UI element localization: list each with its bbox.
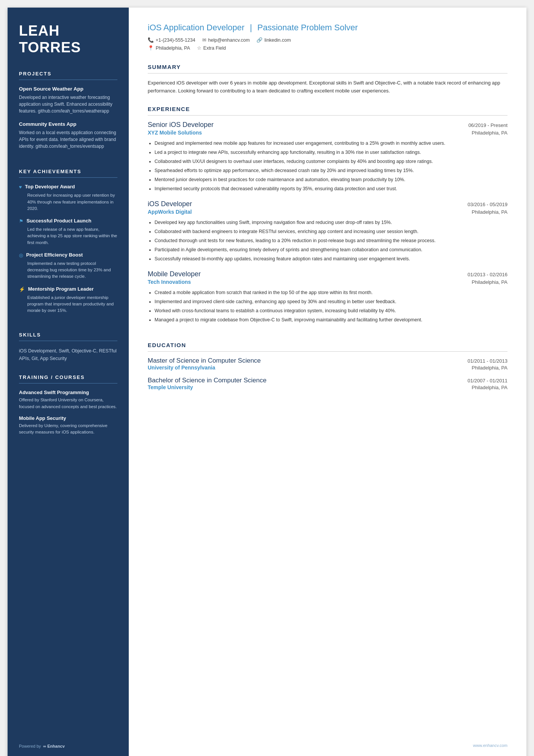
experience-entry-1: Senior iOS Developer 06/2019 - Present X…	[148, 121, 507, 193]
contact-email: ✉ help@enhancv.com	[202, 37, 250, 43]
edu-entry-2: Bachelor of Science in Computer Science …	[148, 377, 507, 390]
main-header: iOS Application Developer | Passionate P…	[148, 23, 507, 53]
achievement-1: ♥ Top Developer Award Received for incre…	[19, 184, 117, 212]
location-text: Philadelphia, PA	[156, 45, 190, 51]
contact-linkedin: 🔗 linkedin.com	[256, 37, 290, 43]
achievement-title-3: Project Efficiency Boost	[26, 252, 83, 258]
skills-text: iOS Development, Swift, Objective-C, RES…	[19, 347, 117, 362]
edu-entry-1: Master of Science in Computer Science 01…	[148, 357, 507, 371]
edu-location-2: Philadelphia, PA	[472, 385, 507, 390]
experience-entry-2: iOS Developer 03/2016 - 05/2019 AppWorks…	[148, 200, 507, 263]
job-title-part1: iOS Application Developer	[148, 23, 245, 32]
extra-text: Extra Field	[203, 45, 226, 51]
bullet-1-4: Spearheaded efforts to optimize app perf…	[155, 167, 507, 174]
main-title: iOS Application Developer | Passionate P…	[148, 23, 507, 33]
edu-degree-2: Bachelor of Science in Computer Science	[148, 377, 267, 384]
projects-title: PROJECTS	[19, 71, 117, 77]
location-3: Philadelphia, PA	[472, 279, 507, 285]
job-title-1: Senior iOS Developer	[148, 121, 214, 129]
projects-section: PROJECTS Open Source Weather App Develop…	[19, 71, 117, 157]
enhancv-logo: ∞ Enhancv	[43, 744, 65, 748]
training-section: TRAINING / COURSES Advanced Swift Progra…	[19, 374, 117, 441]
bullet-2-5: Successfully released bi-monthly app upd…	[155, 255, 507, 263]
candidate-name: LEAH TORRES	[19, 23, 117, 56]
project-title-1: Open Source Weather App	[19, 86, 117, 92]
contact-row-2: 📍 Philadelphia, PA ☆ Extra Field	[148, 45, 507, 51]
lightning-icon: ⚡	[19, 286, 25, 293]
contact-phone: 📞 +1-(234)-555-1234	[148, 37, 195, 43]
training-title: TRAINING / COURSES	[19, 374, 117, 380]
achievement-desc-3: Implemented a new testing protocol decre…	[19, 260, 117, 280]
summary-divider	[148, 73, 507, 74]
project-item-2: Community Events App Worked on a local e…	[19, 121, 117, 150]
achievement-title-1: Top Developer Award	[25, 184, 75, 190]
sidebar-footer: Powered by ∞ Enhancv	[19, 736, 117, 748]
sidebar: LEAH TORRES PROJECTS Open Source Weather…	[8, 8, 129, 756]
education-section: EDUCATION Master of Science in Computer …	[148, 342, 507, 396]
powered-by-label: Powered by	[19, 744, 41, 748]
bullets-3: Created a mobile application from scratc…	[148, 289, 507, 324]
email-text: help@enhancv.com	[208, 38, 250, 43]
footer-url: www.enhancv.com	[473, 743, 507, 748]
skills-divider	[19, 341, 117, 341]
achievement-4: ⚡ Mentorship Program Leader Established …	[19, 286, 117, 314]
training-divider	[19, 383, 117, 383]
course-title-1: Advanced Swift Programming	[19, 390, 117, 395]
edu-dates-1: 01/2011 - 01/2013	[467, 358, 507, 364]
job-title-part2: Passionate Problem Solver	[258, 23, 358, 32]
title-separator: |	[250, 23, 255, 32]
summary-text: Experienced iOS developer with over 6 ye…	[148, 79, 507, 95]
achievement-title-4: Mentorship Program Leader	[28, 286, 94, 293]
target-icon: ◎	[19, 252, 23, 258]
project-title-2: Community Events App	[19, 121, 117, 127]
achievement-desc-2: Led the release of a new app feature, ac…	[19, 226, 117, 246]
heart-icon: ♥	[19, 184, 22, 190]
job-dates-3: 01/2013 - 02/2016	[467, 272, 507, 277]
main-content: iOS Application Developer | Passionate P…	[129, 8, 526, 756]
education-divider	[148, 351, 507, 352]
achievement-desc-4: Established a junior developer mentorshi…	[19, 294, 117, 314]
company-3: Tech Innovations	[148, 279, 191, 285]
bullet-3-4: Managed a project to migrate codebase fr…	[155, 316, 507, 324]
edu-degree-1: Master of Science in Computer Science	[148, 357, 261, 365]
experience-title: EXPERIENCE	[148, 106, 507, 112]
achievement-3: ◎ Project Efficiency Boost Implemented a…	[19, 252, 117, 280]
job-dates-1: 06/2019 - Present	[468, 122, 507, 128]
project-item-1: Open Source Weather App Developed an int…	[19, 86, 117, 114]
bullet-1-2: Led a project to integrate new APIs, suc…	[155, 149, 507, 156]
job-title-3: Mobile Developer	[148, 270, 201, 278]
bullet-3-1: Created a mobile application from scratc…	[155, 289, 507, 296]
bullet-2-3: Conducted thorough unit tests for new fe…	[155, 237, 507, 244]
achievement-2: ⚑ Successful Product Launch Led the rele…	[19, 218, 117, 246]
experience-divider	[148, 115, 507, 116]
bullet-3-3: Worked with cross-functional teams to es…	[155, 307, 507, 315]
job-title-2: iOS Developer	[148, 200, 192, 208]
skills-title: SKILLS	[19, 332, 117, 338]
phone-text: +1-(234)-555-1234	[156, 38, 195, 43]
edu-location-1: Philadelphia, PA	[472, 365, 507, 371]
linkedin-text: linkedin.com	[264, 38, 290, 43]
bullets-2: Developed key app functionalities using …	[148, 219, 507, 263]
bullet-2-4: Participated in Agile developments, ensu…	[155, 246, 507, 254]
bullet-3-2: Implemented and improved client-side cac…	[155, 298, 507, 305]
star-icon: ☆	[197, 45, 201, 51]
contact-extra: ☆ Extra Field	[197, 45, 226, 51]
achievements-divider	[19, 177, 117, 178]
summary-section: SUMMARY Experienced iOS developer with o…	[148, 64, 507, 95]
education-title: EDUCATION	[148, 342, 507, 348]
bullet-1-6: Implemented security protocols that decr…	[155, 185, 507, 193]
course-title-2: Mobile App Security	[19, 415, 117, 421]
flag-icon: ⚑	[19, 218, 23, 224]
edu-school-2: Temple University	[148, 384, 193, 390]
email-icon: ✉	[202, 37, 206, 43]
experience-entry-3: Mobile Developer 01/2013 - 02/2016 Tech …	[148, 270, 507, 324]
contact-location: 📍 Philadelphia, PA	[148, 45, 190, 51]
achievement-desc-1: Received for increasing app user retenti…	[19, 192, 117, 212]
bullet-1-1: Designed and implemented new mobile app …	[155, 139, 507, 147]
company-1: XYZ Mobile Solutions	[148, 130, 202, 136]
project-desc-2: Worked on a local events application con…	[19, 129, 117, 150]
achievement-title-2: Successful Product Launch	[27, 218, 91, 224]
course-desc-1: Offered by Stanford University on Course…	[19, 397, 117, 410]
phone-icon: 📞	[148, 37, 154, 43]
edu-school-1: University of Pennsylvania	[148, 365, 215, 371]
